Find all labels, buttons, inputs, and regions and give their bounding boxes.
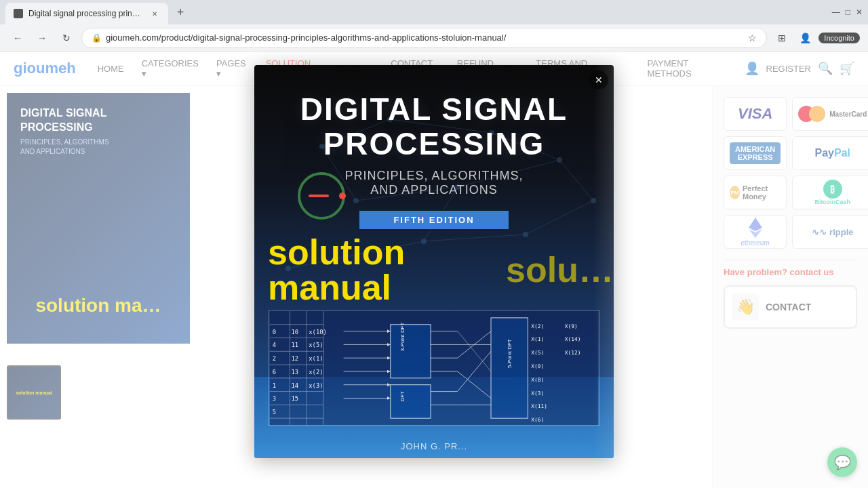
svg-text:X(9): X(9)	[565, 323, 578, 329]
svg-text:3-Point DFT: 3-Point DFT	[399, 323, 406, 352]
svg-text:x(10): x(10)	[309, 329, 327, 336]
svg-text:x(3): x(3)	[309, 382, 323, 389]
svg-text:13: 13	[292, 369, 299, 375]
svg-text:X(14): X(14)	[565, 337, 581, 343]
tab-favicon	[14, 9, 23, 18]
svg-text:5-Point DFT: 5-Point DFT	[507, 339, 513, 368]
tab-close-button[interactable]: ✕	[149, 8, 160, 19]
book-main-title: DIGITAL SIGNAL PROCESSING	[275, 92, 593, 161]
page-content: gioumeh HOME CATEGORIES ▾ PAGES ▾ SOLUTI…	[0, 52, 868, 488]
svg-text:x(2): x(2)	[309, 369, 323, 375]
circular-decoration	[298, 172, 345, 220]
svg-text:0: 0	[273, 329, 276, 336]
svg-text:X(1): X(1)	[531, 337, 544, 343]
svg-text:4: 4	[273, 342, 276, 349]
active-tab[interactable]: Digital signal processing princip… ✕	[5, 3, 168, 24]
dft-diagram: 010x(10) 411x(5) 212x(1) 613x(2) 114x(3)…	[268, 310, 600, 426]
forward-button[interactable]: →	[33, 28, 52, 47]
modal-close-button[interactable]: ✕	[589, 70, 608, 89]
book-3d-edge	[593, 65, 614, 458]
refresh-button[interactable]: ↻	[57, 28, 76, 47]
extensions-button[interactable]: ⊞	[772, 28, 791, 47]
tab-bar: Digital signal processing princip… ✕ + —…	[0, 0, 868, 24]
svg-text:x(1): x(1)	[309, 355, 323, 362]
minimize-button[interactable]: —	[832, 7, 840, 17]
incognito-badge: Incognito	[818, 33, 860, 43]
book-author-text: JOHN G. PR...	[401, 441, 467, 451]
svg-text:6: 6	[273, 369, 276, 375]
url-text: gioumeh.com/product/digital-signal-proce…	[106, 33, 744, 43]
svg-rect-60	[391, 385, 431, 418]
svg-text:X(5): X(5)	[531, 350, 544, 356]
solution-manual-text: solution manual	[254, 229, 506, 310]
circular-dot	[339, 192, 346, 199]
svg-text:3: 3	[273, 396, 276, 403]
svg-text:2: 2	[273, 355, 276, 362]
svg-text:DFT: DFT	[399, 391, 406, 402]
circular-bar	[309, 195, 329, 197]
svg-rect-59	[391, 325, 431, 378]
dft-diagram-svg: 010x(10) 411x(5) 212x(1) 613x(2) 114x(3)…	[269, 311, 599, 425]
modal-book-image: DIGITAL SIGNAL PROCESSING PRINCIPLES, AL…	[254, 65, 614, 458]
svg-text:X(11): X(11)	[531, 403, 547, 409]
svg-text:x(5): x(5)	[309, 342, 323, 349]
image-modal: ✕	[254, 65, 614, 458]
svg-text:12: 12	[292, 355, 299, 362]
svg-text:5: 5	[273, 409, 276, 415]
back-button[interactable]: ←	[8, 28, 27, 47]
svg-text:14: 14	[292, 382, 299, 389]
url-bar[interactable]: 🔒 gioumeh.com/product/digital-signal-pro…	[81, 28, 767, 48]
svg-text:11: 11	[292, 342, 299, 349]
svg-text:1: 1	[273, 382, 276, 389]
svg-text:X(6): X(6)	[531, 417, 544, 423]
tab-controls: — □ ✕	[832, 7, 863, 17]
user-profile-button[interactable]: 👤	[795, 28, 814, 47]
svg-text:X(2): X(2)	[531, 323, 544, 329]
bookmark-icon[interactable]: ☆	[748, 33, 757, 43]
book-title-line1: DIGITAL SIGNAL	[300, 92, 568, 127]
tab-title: Digital signal processing princip…	[28, 9, 144, 18]
edition-banner: FIFTH EDITION	[359, 211, 509, 229]
close-browser-button[interactable]: ✕	[856, 7, 863, 17]
browser-chrome: Digital signal processing princip… ✕ + —…	[0, 0, 868, 52]
maximize-button[interactable]: □	[846, 7, 850, 17]
address-bar: ← → ↻ 🔒 gioumeh.com/product/digital-sign…	[0, 24, 868, 52]
svg-text:X(12): X(12)	[565, 350, 581, 356]
lock-icon: 🔒	[92, 33, 102, 43]
svg-text:10: 10	[292, 329, 299, 336]
svg-text:X(0): X(0)	[531, 363, 544, 369]
svg-text:X(3): X(3)	[531, 390, 544, 396]
book-title-line2: PROCESSING	[323, 126, 545, 161]
svg-text:15: 15	[292, 396, 299, 403]
new-tab-button[interactable]: +	[171, 3, 190, 22]
modal-overlay: ✕	[0, 52, 868, 488]
svg-text:X(8): X(8)	[531, 377, 544, 383]
solution-manual-row: solution manual solu…	[254, 229, 614, 310]
browser-actions: ⊞ 👤 Incognito	[772, 28, 860, 47]
